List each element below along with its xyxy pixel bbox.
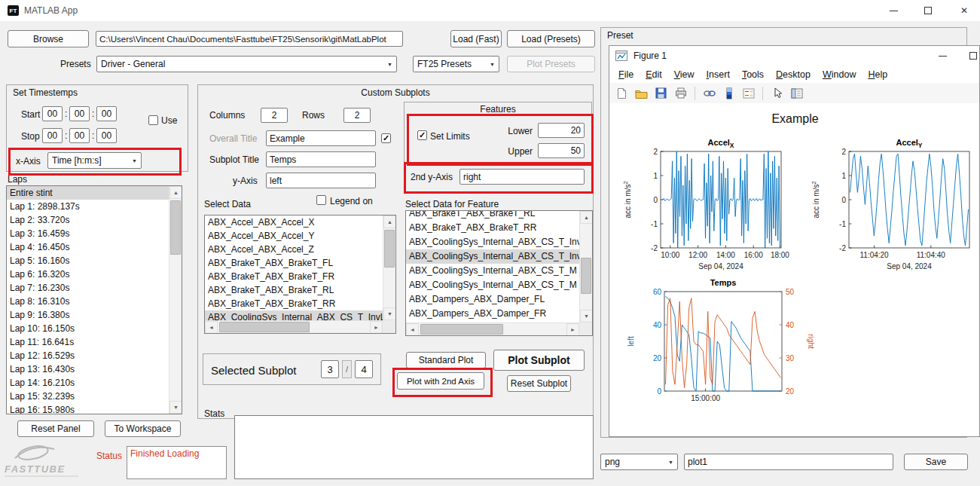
scroll-up-icon[interactable]: ▲ [169, 186, 182, 199]
feature-scrollbar-vertical[interactable]: ▲ ▼ [579, 211, 592, 322]
menu-help[interactable]: Help [862, 69, 893, 80]
plot-subplot-button[interactable]: Plot Subplot [493, 350, 585, 371]
feature-channel-item[interactable]: ABX_CoolingSys_Internal_ABX_CS_T_Inv [406, 235, 579, 249]
data-scrollbar-vertical[interactable]: ▲ ▼ [383, 215, 395, 320]
feature-channel-item[interactable]: ABX_Dampers_ABX_Damper_FL [406, 292, 579, 307]
close-button[interactable]: ✕ [951, 0, 978, 21]
insert-legend-icon[interactable] [740, 85, 756, 101]
lap-item[interactable]: Lap 13: 16.430s [7, 362, 169, 376]
ft25-presets-dropdown[interactable]: FT25 Presets ▼ [413, 56, 499, 72]
stop-hour-field[interactable] [42, 128, 63, 143]
feature-channel-item[interactable]: ABX_CoolingSys_Internal_ABX_CS_T_Inv [406, 249, 579, 264]
rows-field[interactable] [343, 108, 371, 123]
lap-item[interactable]: Lap 4: 16.450s [7, 240, 169, 254]
upper-field[interactable] [538, 143, 585, 158]
start-hour-field[interactable] [42, 106, 63, 121]
lap-item[interactable]: Lap 7: 16.230s [7, 281, 169, 295]
channel-item[interactable]: ABX_Accel_ABX_Accel_X [205, 215, 383, 229]
feature-scrollbar-horizontal[interactable]: ◄ ► [406, 322, 579, 335]
lap-item[interactable]: Lap 1: 2898.137s [7, 200, 169, 213]
channel-item[interactable]: ABX_CoolingSys_Internal_ABX_CS_T_InvL [205, 310, 383, 320]
feature-channel-item[interactable]: ABX_CoolingSys_Internal_ABX_CS_T_M [406, 264, 579, 278]
plot-with-2nd-axis-button[interactable]: Plot with 2nd Axis [397, 372, 484, 390]
overall-title-checkbox[interactable] [381, 133, 391, 143]
lap-item[interactable]: Lap 16: 15.980s [7, 403, 169, 414]
preset-dropdown[interactable]: Driver - General ▼ [96, 56, 397, 72]
scroll-down-icon[interactable]: ▼ [169, 401, 182, 414]
menu-insert[interactable]: Insert [701, 69, 736, 80]
format-dropdown[interactable]: png ▼ [600, 454, 678, 470]
selected-subplot-field[interactable] [321, 360, 339, 378]
lap-item[interactable]: Lap 14: 16.210s [7, 376, 169, 390]
load-presets-button[interactable]: Load (Presets) [507, 30, 595, 47]
open-file-icon[interactable] [633, 85, 649, 101]
scroll-up-icon[interactable]: ▲ [580, 211, 593, 224]
scrollbar-thumb[interactable] [420, 324, 503, 335]
lap-item[interactable]: Entire stint [7, 186, 169, 200]
lap-item[interactable]: Lap 15: 32.239s [7, 390, 169, 403]
scroll-left-icon[interactable]: ◄ [406, 323, 419, 336]
set-limits-checkbox[interactable] [417, 130, 427, 140]
edit-plot-icon[interactable] [769, 85, 785, 101]
channel-item[interactable]: ABX_Accel_ABX_Accel_Y [205, 229, 383, 243]
figure-maximize-button[interactable] [960, 46, 980, 66]
lap-item[interactable]: Lap 12: 16.529s [7, 349, 169, 362]
subplot-count-field[interactable] [355, 360, 373, 378]
legend-checkbox[interactable] [316, 195, 326, 205]
lap-item[interactable]: Lap 9: 16.380s [7, 308, 169, 322]
overall-title-field[interactable] [266, 130, 376, 146]
reset-panel-button[interactable]: Reset Panel [17, 420, 94, 437]
menu-window[interactable]: Window [817, 69, 862, 80]
second-yaxis-field[interactable] [459, 169, 585, 185]
lap-item[interactable]: Lap 10: 16.150s [7, 322, 169, 335]
columns-field[interactable] [261, 108, 288, 123]
laps-listbox[interactable]: Entire stintLap 1: 2898.137sLap 2: 33.72… [6, 185, 182, 414]
start-second-field[interactable] [96, 106, 117, 121]
path-input[interactable] [96, 31, 403, 47]
to-workspace-button[interactable]: To Workspace [105, 420, 181, 437]
minimize-button[interactable] [880, 0, 907, 21]
menu-tools[interactable]: Tools [736, 69, 770, 80]
feature-channel-item[interactable]: ABX_Dampers_ABX_Damper_FR [406, 307, 579, 321]
lap-item[interactable]: Lap 6: 16.320s [7, 267, 169, 281]
save-figure-icon[interactable] [653, 85, 669, 101]
stop-second-field[interactable] [96, 128, 117, 143]
load-fast-button[interactable]: Load (Fast) [450, 30, 502, 47]
scroll-up-icon[interactable]: ▲ [383, 215, 396, 228]
menu-view[interactable]: View [668, 69, 701, 80]
scrollbar-thumb[interactable] [219, 322, 310, 332]
feature-channel-item[interactable]: ABX_BrakeT_ABX_BrakeT_RL [406, 211, 579, 221]
reset-subplot-button[interactable]: Reset Subplot [507, 375, 571, 392]
scrollbar-thumb[interactable] [581, 258, 591, 294]
channel-item[interactable]: ABX_BrakeT_ABX_BrakeT_RR [205, 297, 383, 310]
save-button[interactable]: Save [904, 454, 968, 470]
subplot-title-field[interactable] [266, 151, 376, 167]
scroll-right-icon[interactable]: ► [566, 323, 579, 336]
standard-plot-button[interactable]: Standard Plot [406, 352, 486, 368]
feature-listbox[interactable]: ABX_BrakeT_ABX_BrakeT_RLABX_BrakeT_ABX_B… [405, 210, 593, 336]
plot-presets-button[interactable]: Plot Presets [507, 56, 595, 72]
channel-item[interactable]: ABX_Accel_ABX_Accel_Z [205, 243, 383, 256]
lap-item[interactable]: Lap 11: 16.641s [7, 335, 169, 349]
lap-item[interactable]: Lap 5: 16.160s [7, 254, 169, 267]
menu-desktop[interactable]: Desktop [770, 69, 817, 80]
feature-channel-item[interactable]: ABX_CoolingSys_Internal_ABX_CS_T_M [406, 278, 579, 292]
link-plot-icon[interactable] [701, 85, 717, 101]
figure-minimize-button[interactable] [930, 46, 955, 66]
stop-minute-field[interactable] [69, 128, 90, 143]
laps-scrollbar[interactable]: ▲ ▼ [169, 186, 182, 414]
scroll-left-icon[interactable]: ◄ [205, 321, 218, 334]
scroll-down-icon[interactable]: ▼ [580, 310, 593, 322]
lap-item[interactable]: Lap 2: 33.720s [7, 213, 169, 227]
menu-edit[interactable]: Edit [640, 69, 668, 80]
use-checkbox[interactable] [148, 115, 158, 125]
lap-item[interactable]: Lap 8: 16.310s [7, 295, 169, 308]
property-inspector-icon[interactable] [789, 85, 804, 101]
scroll-down-icon[interactable]: ▼ [383, 307, 396, 320]
scrollbar-thumb[interactable] [384, 230, 395, 267]
channel-item[interactable]: ABX_BrakeT_ABX_BrakeT_FR [205, 270, 383, 283]
scroll-right-icon[interactable]: ► [370, 321, 383, 334]
print-figure-icon[interactable] [673, 85, 688, 101]
filename-input[interactable] [684, 454, 893, 470]
data-scrollbar-horizontal[interactable]: ◄ ► [205, 320, 383, 333]
